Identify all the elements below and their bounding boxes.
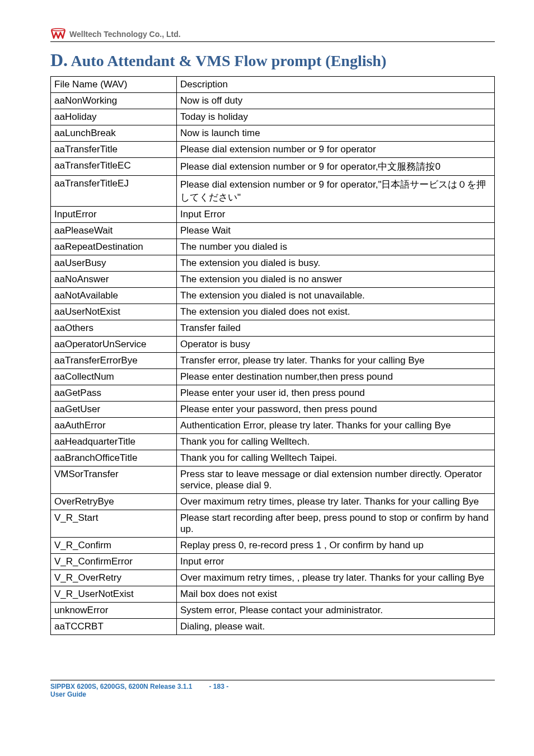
prompt-table: File Name (WAV)DescriptionaaNonWorkingNo…: [50, 76, 495, 635]
cell-filename: V_R_ConfirmError: [51, 554, 177, 570]
cell-filename: aaTransferTitle: [51, 142, 177, 158]
table-row: aaNotAvailableThe extension you dialed i…: [51, 288, 495, 304]
cell-description: System error, Please contact your admini…: [177, 603, 495, 619]
cell-filename: V_R_Start: [51, 510, 177, 538]
table-row: aaLunchBreakNow is launch time: [51, 125, 495, 142]
cell-filename: aaTransferTitleEC: [51, 158, 177, 176]
table-row: aaTransferTitleEJPlease dial extension n…: [51, 176, 495, 207]
cell-description: Replay press 0, re-record press 1 , Or c…: [177, 538, 495, 554]
table-row: InputErrorInput Error: [51, 207, 495, 223]
table-row: aaHeadquarterTitleThank you for calling …: [51, 434, 495, 450]
cell-filename: File Name (WAV): [51, 77, 177, 93]
cell-filename: aaCollectNum: [51, 369, 177, 385]
cell-filename: VMSorTransfer: [51, 466, 177, 494]
cell-description: Mail box does not exist: [177, 586, 495, 603]
cell-filename: aaNonWorking: [51, 93, 177, 109]
cell-filename: V_R_OverRetry: [51, 570, 177, 586]
cell-description: Please enter your password, then press p…: [177, 402, 495, 418]
cell-description: Description: [177, 77, 495, 93]
table-row: File Name (WAV)Description: [51, 77, 495, 93]
cell-filename: aaTransferErrorBye: [51, 353, 177, 369]
section-title: Auto Attendant & VMS Flow prompt (Englis…: [71, 52, 387, 69]
header-company: Welltech Technology Co., Ltd.: [69, 30, 181, 39]
cell-filename: aaHeadquarterTitle: [51, 434, 177, 450]
table-row: VMSorTransferPress star to leave message…: [51, 466, 495, 494]
cell-description: Press star to leave message or dial exte…: [177, 466, 495, 494]
cell-description: Authentication Error, please try later. …: [177, 418, 495, 434]
cell-filename: aaHoliday: [51, 109, 177, 125]
cell-description: The extension you dialed does not exist.: [177, 304, 495, 320]
cell-description: Thank you for calling Welltech.: [177, 434, 495, 450]
cell-description: Input error: [177, 554, 495, 570]
cell-description: Today is holiday: [177, 109, 495, 125]
cell-filename: InputError: [51, 207, 177, 223]
cell-filename: aaRepeatDestination: [51, 239, 177, 255]
cell-filename: aaOperatorUnService: [51, 337, 177, 353]
cell-description: Please enter your user id, then press po…: [177, 385, 495, 402]
table-row: aaTransferTitlePlease dial extension num…: [51, 142, 495, 158]
table-row: unknowErrorSystem error, Please contact …: [51, 603, 495, 619]
cell-description: The extension you dialed is not unavaila…: [177, 288, 495, 304]
cell-description: Dialing, please wait.: [177, 619, 495, 635]
table-row: aaGetUserPlease enter your password, the…: [51, 402, 495, 418]
table-row: V_R_UserNotExistMail box does not exist: [51, 586, 495, 603]
section-heading: D. Auto Attendant & VMS Flow prompt (Eng…: [50, 50, 495, 71]
table-row: aaTCCRBTDialing, please wait.: [51, 619, 495, 635]
cell-filename: aaLunchBreak: [51, 125, 177, 142]
cell-description: Please dial extension number or 9 for op…: [177, 142, 495, 158]
table-row: V_R_OverRetryOver maximum retry times, ,…: [51, 570, 495, 586]
footer-page-number: - 183 -: [209, 683, 229, 690]
cell-description: Transfer error, please try later. Thanks…: [177, 353, 495, 369]
cell-filename: V_R_UserNotExist: [51, 586, 177, 603]
cell-description: The extension you dialed is no answer: [177, 272, 495, 288]
cell-description: Transfer failed: [177, 320, 495, 337]
table-row: aaPleaseWaitPlease Wait: [51, 223, 495, 239]
cell-description: Please enter destination number,then pre…: [177, 369, 495, 385]
logo-icon: [50, 28, 66, 40]
cell-filename: aaUserNotExist: [51, 304, 177, 320]
svg-point-0: [51, 29, 65, 31]
section-letter: D.: [50, 50, 68, 70]
cell-filename: OverRetryBye: [51, 494, 177, 510]
cell-description: Over maximum retry times, , please try l…: [177, 570, 495, 586]
cell-description: Input Error: [177, 207, 495, 223]
cell-filename: aaGetPass: [51, 385, 177, 402]
footer-guide: User Guide: [50, 690, 193, 698]
cell-description: Thank you for calling Welltech Taipei.: [177, 450, 495, 466]
cell-filename: aaTransferTitleEJ: [51, 176, 177, 207]
table-row: aaTransferTitleECPlease dial extension n…: [51, 158, 495, 176]
table-row: aaOperatorUnServiceOperator is busy: [51, 337, 495, 353]
table-row: aaHolidayToday is holiday: [51, 109, 495, 125]
cell-description: Now is off duty: [177, 93, 495, 109]
cell-description: The extension you dialed is busy.: [177, 255, 495, 272]
cell-filename: aaGetUser: [51, 402, 177, 418]
table-row: aaCollectNumPlease enter destination num…: [51, 369, 495, 385]
page-footer: SIPPBX 6200S, 6200GS, 6200N Release 3.1.…: [50, 680, 495, 698]
table-row: V_R_ConfirmReplay press 0, re-record pre…: [51, 538, 495, 554]
cell-filename: aaTCCRBT: [51, 619, 177, 635]
table-row: V_R_ConfirmErrorInput error: [51, 554, 495, 570]
table-row: V_R_StartPlease start recording after be…: [51, 510, 495, 538]
table-row: aaNoAnswerThe extension you dialed is no…: [51, 272, 495, 288]
footer-product: SIPPBX 6200S, 6200GS, 6200N Release 3.1.…: [50, 683, 193, 690]
table-row: aaGetPassPlease enter your user id, then…: [51, 385, 495, 402]
cell-filename: aaBranchOfficeTitle: [51, 450, 177, 466]
table-row: aaNonWorkingNow is off duty: [51, 93, 495, 109]
cell-filename: aaNotAvailable: [51, 288, 177, 304]
table-row: aaRepeatDestinationThe number you dialed…: [51, 239, 495, 255]
cell-filename: V_R_Confirm: [51, 538, 177, 554]
cell-filename: aaUserBusy: [51, 255, 177, 272]
page-header: Welltech Technology Co., Ltd.: [50, 28, 495, 42]
table-row: aaAuthErrorAuthentication Error, please …: [51, 418, 495, 434]
cell-filename: unknowError: [51, 603, 177, 619]
cell-filename: aaOthers: [51, 320, 177, 337]
cell-filename: aaPleaseWait: [51, 223, 177, 239]
table-row: aaTransferErrorByeTransfer error, please…: [51, 353, 495, 369]
table-row: aaUserBusyThe extension you dialed is bu…: [51, 255, 495, 272]
cell-description: Please Wait: [177, 223, 495, 239]
cell-description: Now is launch time: [177, 125, 495, 142]
table-row: aaOthersTransfer failed: [51, 320, 495, 337]
table-row: aaUserNotExistThe extension you dialed d…: [51, 304, 495, 320]
cell-description: Over maximum retry times, please try lat…: [177, 494, 495, 510]
cell-description: The number you dialed is: [177, 239, 495, 255]
